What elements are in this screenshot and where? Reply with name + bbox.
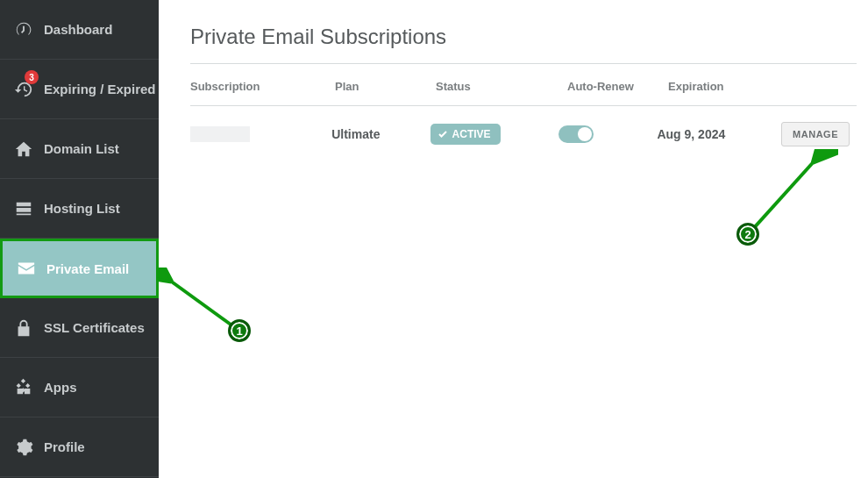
svg-line-0 bbox=[167, 278, 237, 329]
sidebar-item-expiring[interactable]: 3 Expiring / Expired bbox=[0, 60, 159, 119]
header-action bbox=[795, 80, 857, 93]
lock-icon bbox=[12, 317, 35, 339]
table-row: Ultimate ACTIVE Aug 9, 2024 MANAGE bbox=[190, 106, 857, 146]
toggle-knob bbox=[578, 127, 592, 141]
mail-icon bbox=[15, 257, 38, 280]
cell-status: ACTIVE bbox=[430, 124, 559, 145]
header-autorenew: Auto-Renew bbox=[567, 80, 668, 93]
sidebar-item-label: Apps bbox=[44, 380, 77, 395]
manage-button[interactable]: MANAGE bbox=[781, 122, 850, 146]
gauge-icon bbox=[12, 18, 35, 41]
annotation-marker-1: 1 bbox=[228, 319, 251, 342]
expiring-badge: 3 bbox=[25, 70, 39, 84]
svg-line-1 bbox=[752, 158, 817, 230]
sidebar-item-label: Private Email bbox=[46, 261, 129, 276]
main-content: Private Email Subscriptions Subscription… bbox=[159, 0, 868, 478]
cell-autorenew bbox=[559, 125, 657, 143]
sidebar: Dashboard 3 Expiring / Expired Domain Li… bbox=[0, 0, 159, 478]
cell-plan: Ultimate bbox=[331, 127, 430, 141]
sidebar-item-ssl[interactable]: SSL Certificates bbox=[0, 298, 159, 358]
status-pill: ACTIVE bbox=[430, 124, 501, 145]
sidebar-item-label: Profile bbox=[44, 439, 85, 454]
header-status: Status bbox=[436, 80, 567, 93]
sidebar-item-apps[interactable]: Apps bbox=[0, 358, 159, 417]
annotation-arrow-2 bbox=[742, 149, 838, 237]
server-icon bbox=[12, 197, 35, 220]
cell-expiration: Aug 9, 2024 bbox=[657, 127, 781, 141]
sidebar-item-label: Hosting List bbox=[44, 201, 120, 216]
sidebar-item-hosting-list[interactable]: Hosting List bbox=[0, 179, 159, 239]
sidebar-item-label: Expiring / Expired bbox=[44, 82, 156, 96]
grid-icon bbox=[12, 376, 35, 399]
header-plan: Plan bbox=[335, 80, 436, 93]
sidebar-item-profile[interactable]: Profile bbox=[0, 417, 159, 477]
header-expiration: Expiration bbox=[668, 80, 795, 93]
cell-subscription bbox=[190, 126, 331, 142]
page-title: Private Email Subscriptions bbox=[190, 25, 868, 49]
header-subscription: Subscription bbox=[190, 80, 335, 93]
sidebar-item-private-email[interactable]: Private Email bbox=[0, 239, 159, 298]
home-icon bbox=[12, 138, 35, 161]
table-header: Subscription Plan Status Auto-Renew Expi… bbox=[190, 80, 857, 106]
sidebar-item-domain-list[interactable]: Domain List bbox=[0, 119, 159, 179]
cell-action: MANAGE bbox=[781, 122, 857, 146]
subscriptions-table: Subscription Plan Status Auto-Renew Expi… bbox=[190, 80, 857, 146]
gear-icon bbox=[12, 436, 35, 459]
sidebar-item-label: Dashboard bbox=[44, 22, 112, 37]
annotation-marker-2: 2 bbox=[736, 223, 759, 246]
sidebar-item-dashboard[interactable]: Dashboard bbox=[0, 0, 159, 60]
sidebar-item-label: Domain List bbox=[44, 141, 119, 156]
divider bbox=[190, 63, 857, 64]
status-text: ACTIVE bbox=[452, 128, 491, 140]
sidebar-item-label: SSL Certificates bbox=[44, 320, 145, 335]
subscription-placeholder bbox=[190, 126, 250, 142]
check-icon bbox=[438, 129, 448, 139]
autorenew-toggle[interactable] bbox=[559, 125, 594, 143]
